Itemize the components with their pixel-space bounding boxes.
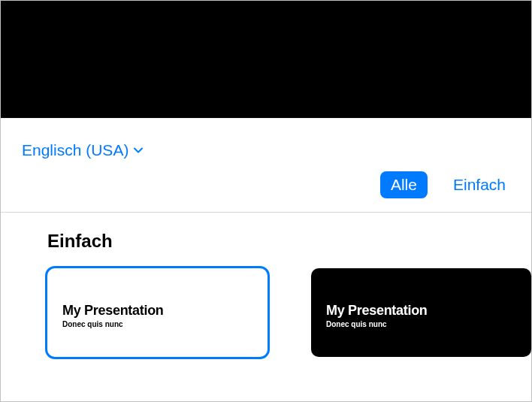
template-thumbnail-black[interactable]: My Presentation Donec quis nunc bbox=[311, 268, 531, 357]
template-thumbnail-white[interactable]: My Presentation Donec quis nunc bbox=[47, 268, 268, 357]
filter-all-button[interactable]: Alle bbox=[380, 171, 428, 198]
template-title: My Presentation bbox=[326, 303, 516, 319]
language-label: Englisch (USA) bbox=[22, 141, 128, 159]
content-region: Englisch (USA) Alle Einfach Einfach My P… bbox=[1, 118, 531, 401]
template-title: My Presentation bbox=[62, 303, 252, 319]
language-dropdown[interactable]: Englisch (USA) bbox=[22, 141, 144, 159]
filter-simple-button[interactable]: Einfach bbox=[453, 176, 506, 194]
filter-row: Alle Einfach bbox=[1, 159, 531, 212]
theme-chooser-frame: Englisch (USA) Alle Einfach Einfach My P… bbox=[0, 0, 532, 402]
section-header: Einfach bbox=[1, 213, 531, 252]
chevron-down-icon bbox=[133, 145, 144, 156]
template-subtitle: Donec quis nunc bbox=[326, 320, 516, 328]
black-header-region bbox=[1, 1, 531, 118]
template-subtitle: Donec quis nunc bbox=[62, 320, 252, 328]
section-title: Einfach bbox=[47, 231, 531, 252]
template-grid: My Presentation Donec quis nunc My Prese… bbox=[1, 252, 531, 357]
language-row: Englisch (USA) bbox=[1, 119, 531, 159]
